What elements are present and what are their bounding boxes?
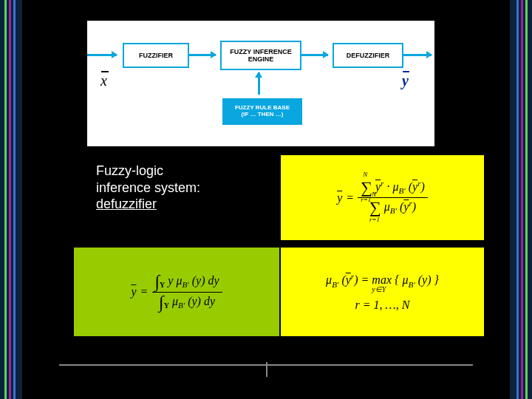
defuzzifier-box: DEFUZZIFIER <box>332 43 403 68</box>
arrow-out <box>402 54 432 56</box>
defuzzifier-label: DEFUZZIFIER <box>347 52 390 59</box>
formula-max-panel: μB′ (yr) = max y∈Y { μB′ (y) } r = 1, …,… <box>281 248 484 336</box>
arrow-f2e <box>188 54 216 56</box>
arrow-in <box>87 54 117 56</box>
discrete-fraction: N ∑ r=1 yr · μB′ (yr) N ∑ r=1 μB′ (yr) <box>358 178 428 217</box>
engine-label: FUZZY INFERENCE ENGINE <box>230 48 291 63</box>
inference-engine-box: FUZZY INFERENCE ENGINE <box>220 41 301 70</box>
formula-discrete-panel: y = N ∑ r=1 yr · μB′ (yr) N ∑ <box>281 155 484 240</box>
output-variable-y: y <box>402 72 409 89</box>
slide-stage: FUZZIFIER FUZZY INFERENCE ENGINE DEFUZZI… <box>22 0 510 399</box>
input-variable-x: x <box>100 72 107 89</box>
footer-notch <box>266 362 267 377</box>
decorative-left-bar <box>0 0 22 399</box>
arrow-e2d <box>300 54 328 56</box>
equals: = <box>347 191 353 205</box>
fuzzifier-label: FUZZIFIER <box>139 52 173 59</box>
caption-line3: defuzzifier <box>96 196 200 213</box>
caption-line1: Fuzzy-logic <box>96 163 200 180</box>
rulebase-label: FUZZY RULE BASE (IF … THEN …) <box>235 105 290 118</box>
equals2: = <box>140 285 147 299</box>
continuous-lhs: y <box>131 285 136 299</box>
decorative-right-bar <box>510 0 532 399</box>
continuous-fraction: ∫Y y μB′ (y) dy ∫Y μB′ (y) dy <box>152 272 222 313</box>
discrete-lhs: y <box>337 191 342 205</box>
fuzzifier-box: FUZZIFIER <box>123 43 189 68</box>
caption: Fuzzy-logic inference system: defuzzifie… <box>96 163 200 213</box>
fuzzy-system-diagram: FUZZIFIER FUZZY INFERENCE ENGINE DEFUZZI… <box>87 21 434 146</box>
formula-continuous-panel: y = ∫Y y μB′ (y) dy ∫Y μB′ (y) dy <box>74 248 279 336</box>
caption-line2: inference system: <box>96 180 200 197</box>
arrow-rule-to-engine <box>258 72 260 95</box>
rule-base-box: FUZZY RULE BASE (IF … THEN …) <box>222 98 302 125</box>
max-line2: r = 1, …, N <box>326 299 439 312</box>
max-line1: μB′ (yr) = max y∈Y { μB′ (y) } <box>326 272 439 289</box>
